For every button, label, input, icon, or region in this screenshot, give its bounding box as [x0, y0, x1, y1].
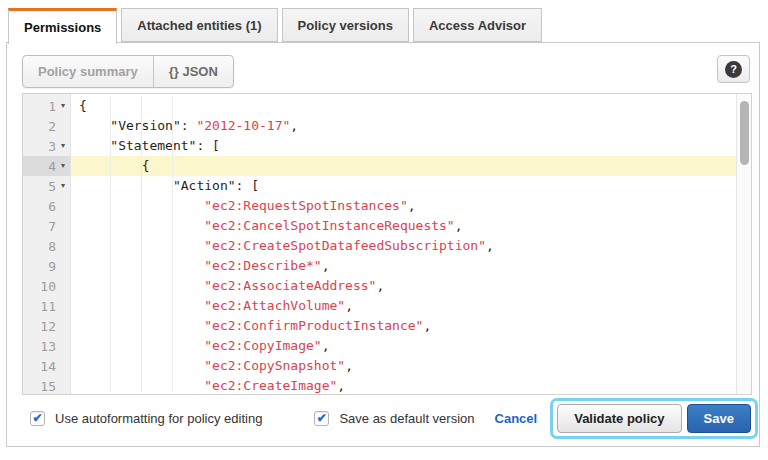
line-number: 9 — [48, 259, 56, 274]
code-line[interactable]: "ec2:RequestSpotInstances", — [71, 196, 736, 216]
line-number: 12 — [40, 319, 56, 334]
line-number: 8 — [48, 239, 56, 254]
check-icon: ✔ — [317, 412, 327, 424]
indent-guide — [110, 96, 111, 392]
gutter-cell: 11 — [23, 296, 70, 316]
default-version-label: Save as default version — [339, 411, 474, 426]
line-number: 14 — [40, 359, 56, 374]
cancel-link[interactable]: Cancel — [495, 411, 538, 426]
gutter-cell: 15 — [23, 376, 70, 395]
permissions-panel: Policy summary {} JSON ? 1▾23▾4▾5▾678910… — [6, 42, 760, 447]
gutter-cell: 9 — [23, 256, 70, 276]
autoformat-group: ✔ Use autoformatting for policy editing — [30, 411, 262, 426]
line-number: 1 — [48, 99, 56, 114]
line-number: 3 — [48, 139, 56, 154]
json-button[interactable]: {} JSON — [153, 56, 233, 87]
question-mark-icon: ? — [725, 61, 742, 78]
action-buttons-highlight: Validate policy Save — [550, 398, 758, 439]
code-line[interactable]: "Version": "2012-10-17", — [71, 116, 736, 136]
gutter-cell: 10 — [23, 276, 70, 296]
code-line[interactable]: { — [71, 96, 736, 116]
policy-summary-button[interactable]: Policy summary — [23, 56, 153, 87]
editor-gutter: 1▾23▾4▾5▾6789101112131415 — [23, 94, 71, 394]
gutter-cell: 8 — [23, 236, 70, 256]
gutter-cell: 12 — [23, 316, 70, 336]
editor-scrollbar[interactable] — [736, 94, 751, 394]
code-line[interactable]: "ec2:CopySnapshot", — [71, 356, 736, 376]
code-line[interactable]: "ec2:CancelSpotInstanceRequests", — [71, 216, 736, 236]
default-version-checkbox[interactable]: ✔ — [314, 411, 329, 426]
line-number: 2 — [48, 119, 56, 134]
gutter-cell: 2 — [23, 116, 70, 136]
code-line[interactable]: "Statement": [ — [71, 136, 736, 156]
autoformat-checkbox[interactable]: ✔ — [30, 411, 45, 426]
editor-code: { "Version": "2012-10-17", "Statement": … — [71, 94, 736, 394]
code-line[interactable]: { — [71, 156, 736, 176]
code-line[interactable]: "ec2:ConfirmProductInstance", — [71, 316, 736, 336]
tab-access-advisor[interactable]: Access Advisor — [413, 8, 542, 42]
line-number: 4 — [48, 159, 56, 174]
code-line[interactable]: "ec2:AttachVolume", — [71, 296, 736, 316]
code-line[interactable]: "ec2:CreateSpotDatafeedSubscription", — [71, 236, 736, 256]
tab-permissions[interactable]: Permissions — [8, 8, 117, 44]
line-number: 13 — [40, 339, 56, 354]
line-number: 10 — [40, 279, 56, 294]
indent-guide — [141, 96, 142, 392]
code-line[interactable]: "ec2:Describe*", — [71, 256, 736, 276]
gutter-cell: 7 — [23, 216, 70, 236]
default-version-group: ✔ Save as default version — [314, 411, 474, 426]
check-icon: ✔ — [32, 412, 42, 424]
fold-arrow-icon[interactable]: ▾ — [56, 156, 70, 176]
fold-arrow-icon[interactable]: ▾ — [56, 136, 70, 156]
gutter-cell: 5▾ — [23, 176, 70, 196]
fold-arrow-icon[interactable]: ▾ — [56, 176, 70, 196]
line-number: 5 — [48, 179, 56, 194]
gutter-cell: 1▾ — [23, 96, 70, 116]
line-number: 15 — [40, 379, 56, 394]
code-line[interactable]: "ec2:CopyImage", — [71, 336, 736, 356]
gutter-cell: 6 — [23, 196, 70, 216]
indent-guide — [172, 96, 173, 392]
tab-attached-entities[interactable]: Attached entities (1) — [121, 8, 277, 42]
line-number: 11 — [40, 299, 56, 314]
policy-json-editor[interactable]: 1▾23▾4▾5▾6789101112131415 { "Version": "… — [22, 93, 752, 395]
code-line[interactable]: "Action": [ — [71, 176, 736, 196]
validate-policy-button[interactable]: Validate policy — [557, 404, 681, 433]
editor-footer: ✔ Use autoformatting for policy editing … — [22, 400, 749, 436]
tab-bar: Permissions Attached entities (1) Policy… — [8, 8, 542, 43]
autoformat-label: Use autoformatting for policy editing — [55, 411, 262, 426]
help-button[interactable]: ? — [717, 55, 750, 83]
fold-arrow-icon[interactable]: ▾ — [56, 96, 70, 116]
policy-editor-screen: Permissions Attached entities (1) Policy… — [0, 0, 768, 460]
code-line[interactable]: "ec2:CreateImage", — [71, 376, 736, 394]
gutter-cell: 3▾ — [23, 136, 70, 156]
gutter-cell: 13 — [23, 336, 70, 356]
line-number: 6 — [48, 199, 56, 214]
view-toggle-group: Policy summary {} JSON — [22, 55, 234, 88]
tab-policy-versions[interactable]: Policy versions — [282, 8, 409, 42]
editor-scrollbar-thumb[interactable] — [740, 101, 749, 165]
line-number: 7 — [48, 219, 56, 234]
gutter-cell: 14 — [23, 356, 70, 376]
save-button[interactable]: Save — [687, 404, 751, 433]
code-line[interactable]: "ec2:AssociateAddress", — [71, 276, 736, 296]
gutter-cell: 4▾ — [23, 156, 70, 176]
